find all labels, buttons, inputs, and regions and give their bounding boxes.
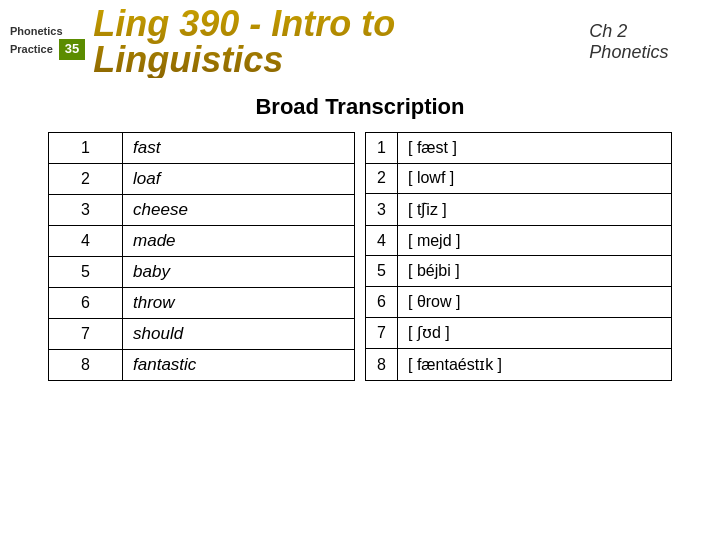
word-cell: baby xyxy=(123,257,355,288)
word-cell: loaf xyxy=(123,164,355,195)
row-number: 2 xyxy=(48,164,122,195)
table-row: 3 [ tʃ⌢iz ] xyxy=(366,194,672,226)
table-row: 2 [ lowf ] xyxy=(366,163,672,194)
row-number: 5 xyxy=(366,256,398,287)
row-number: 6 xyxy=(366,287,398,318)
tables-wrapper: 1 fast 2 loaf 3 cheese 4 made 5 baby 6 t… xyxy=(40,132,680,381)
ipa-cell: [ béjbi ] xyxy=(398,256,672,287)
row-number: 8 xyxy=(366,349,398,381)
subtitle: Ch 2 Phonetics xyxy=(589,21,710,63)
ipa-cell: [ θrow ] xyxy=(398,287,672,318)
table-row: 1 [ fæst ] xyxy=(366,133,672,164)
phonetics-label: Phonetics Practice 35 xyxy=(10,24,85,59)
section-title: Broad Transcription xyxy=(40,94,680,120)
row-number: 6 xyxy=(48,288,122,319)
table-row: 4 made xyxy=(48,226,354,257)
row-number: 1 xyxy=(48,133,122,164)
slide-number: 35 xyxy=(59,39,85,60)
word-cell: made xyxy=(123,226,355,257)
table-row: 1 fast xyxy=(48,133,354,164)
table-row: 6 throw xyxy=(48,288,354,319)
row-number: 4 xyxy=(366,225,398,256)
row-number: 3 xyxy=(48,195,122,226)
row-number: 4 xyxy=(48,226,122,257)
phonetics-line2: Practice xyxy=(10,42,53,56)
word-cell: should xyxy=(123,319,355,350)
ipa-cell: [ mejd ] xyxy=(398,225,672,256)
ipa-cell: [ fæst ] xyxy=(398,133,672,164)
ipa-cell: [ lowf ] xyxy=(398,163,672,194)
word-cell: throw xyxy=(123,288,355,319)
row-number: 2 xyxy=(366,163,398,194)
main-content: Broad Transcription 1 fast 2 loaf 3 chee… xyxy=(0,84,720,391)
table-row: 4 [ mejd ] xyxy=(366,225,672,256)
table-row: 5 baby xyxy=(48,257,354,288)
page-title: Ling 390 - Intro to Linguistics xyxy=(93,6,589,78)
word-cell: fantastic xyxy=(123,350,355,381)
table-row: 8 [ fæntaéstɪk ] xyxy=(366,349,672,381)
table-row: 7 should xyxy=(48,319,354,350)
ipa-cell: [ ʃʊd ] xyxy=(398,317,672,349)
word-table: 1 fast 2 loaf 3 cheese 4 made 5 baby 6 t… xyxy=(48,132,355,381)
row-number: 8 xyxy=(48,350,122,381)
row-number: 3 xyxy=(366,194,398,226)
row-number: 7 xyxy=(366,317,398,349)
row-number: 1 xyxy=(366,133,398,164)
table-row: 5 [ béjbi ] xyxy=(366,256,672,287)
ipa-table: 1 [ fæst ] 2 [ lowf ] 3 [ tʃ⌢iz ] 4 [ me… xyxy=(365,132,672,381)
word-cell: cheese xyxy=(123,195,355,226)
word-cell: fast xyxy=(123,133,355,164)
phonetics-line1: Phonetics xyxy=(10,24,63,38)
table-row: 6 [ θrow ] xyxy=(366,287,672,318)
row-number: 5 xyxy=(48,257,122,288)
table-row: 3 cheese xyxy=(48,195,354,226)
row-number: 7 xyxy=(48,319,122,350)
table-row: 8 fantastic xyxy=(48,350,354,381)
table-row: 2 loaf xyxy=(48,164,354,195)
header: Phonetics Practice 35 Ling 390 - Intro t… xyxy=(0,0,720,84)
ipa-cell: [ fæntaéstɪk ] xyxy=(398,349,672,381)
table-row: 7 [ ʃʊd ] xyxy=(366,317,672,349)
ipa-cell: [ tʃ⌢iz ] xyxy=(398,194,672,226)
